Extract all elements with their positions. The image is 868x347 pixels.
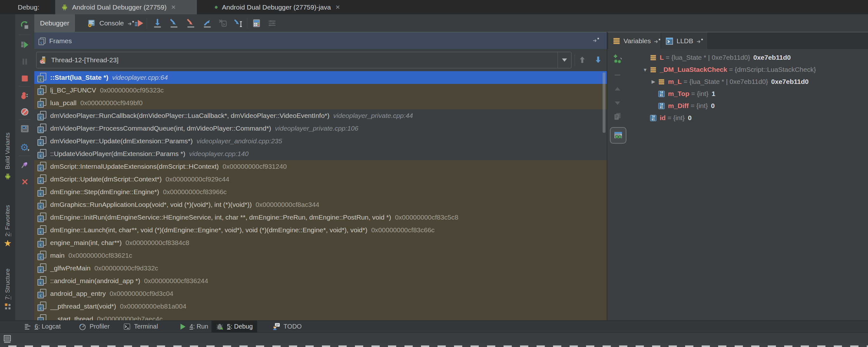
close-icon[interactable]: ✕ [171, 4, 176, 11]
sidebar-item-structure[interactable]: 7: Structure [0, 268, 15, 312]
move-watch-down-button[interactable] [612, 97, 623, 109]
object-icon [649, 66, 657, 74]
tab-variables[interactable]: Variables [608, 32, 665, 50]
toolwindow-button-label: 4: Run [189, 323, 208, 330]
close-icon[interactable]: ✕ [335, 4, 340, 11]
force-step-into-button[interactable] [184, 17, 197, 30]
toolwindow-toggle-icon[interactable] [3, 334, 12, 344]
step-into-button[interactable] [167, 17, 180, 30]
stack-frame-row[interactable]: ς::android_main(android_app *)0x00000000… [34, 274, 607, 287]
stack-frame-row[interactable]: ς::UpdateVideoPlayer(dmExtension::Params… [34, 147, 607, 160]
next-frame-button[interactable] [594, 55, 602, 66]
customize-view-button[interactable] [266, 17, 278, 30]
toolwindow-button-logcat[interactable]: 6: Logcat [19, 321, 65, 332]
expander-expanded-icon[interactable]: ▼ [641, 67, 649, 73]
step-out-button[interactable] [201, 17, 214, 30]
toolwindow-button-terminal[interactable]: Terminal [118, 321, 162, 332]
tab-lldb[interactable]: LLDB [661, 32, 708, 50]
mute-breakpoints-button[interactable] [19, 107, 30, 117]
stack-frame-row[interactable]: ςdmVideoPlayer::ProcessCommandQueue(int,… [34, 122, 607, 135]
sidebar-item-build-variants[interactable]: Build Variants [0, 133, 15, 182]
variable-row[interactable]: ▶m_L = {lua_State * | 0xe7eb11d0}0xe7eb1… [649, 76, 809, 88]
sidebar-item-favorites[interactable]: 2: Favorites★ [0, 205, 15, 248]
variable-type: {dmScript::LuaStackCheck} [735, 66, 816, 74]
stack-frame-row[interactable]: ςdmVideoPlayer::RunCallback(dmVideoPlaye… [34, 109, 607, 122]
frame-function: ::android_main(android_app *) [50, 277, 140, 285]
frame-function: main [50, 252, 65, 259]
expander-collapsed-icon[interactable]: ▶ [649, 79, 657, 85]
stack-frame-row[interactable]: ς::Start(lua_State *)videoplayer.cpp:64 [34, 71, 607, 84]
thread-selector[interactable]: Thread-12-[Thread-23] [36, 52, 571, 68]
pin-button[interactable] [19, 160, 30, 170]
frame-function: __pthread_start(void*) [50, 302, 116, 310]
stack-frame-row[interactable]: ςdmEngine::InitRun(dmEngineService::HEng… [34, 211, 607, 224]
variable-row[interactable]: 1001id = {int}0 [641, 112, 692, 124]
drop-frame-button[interactable] [217, 17, 229, 30]
rerun-button[interactable] [19, 20, 30, 30]
remove-watch-button[interactable] [612, 69, 623, 81]
frame-location: videoplayer.cpp:64 [112, 74, 168, 81]
frames-scrollbar[interactable] [602, 73, 606, 133]
stack-frame-row[interactable]: ςlj_BC_JFUNCV0x00000000cf95323c [34, 84, 607, 96]
resume-button[interactable] [19, 40, 30, 50]
toolwindow-button-profiler[interactable]: Profiler [74, 321, 114, 332]
frame-location: 0x00000000cf931240 [222, 163, 287, 170]
toolwindow-button-run[interactable]: 4: Run [174, 321, 213, 332]
stack-frames-list[interactable]: ς::Start(lua_State *)videoplayer.cpp:64ς… [34, 71, 607, 320]
stack-frame-row[interactable]: ςdmGraphics::RunApplicationLoop(void*, v… [34, 198, 607, 211]
stack-frame-row[interactable]: ς_glfwPreMain0x00000000cf9d332c [34, 262, 607, 274]
stack-frame-row[interactable]: ς__start_thread0x00000000eb7aec4c [34, 313, 607, 320]
equals-sign: = [682, 78, 689, 85]
tab-debugger[interactable]: Debugger [34, 14, 75, 32]
debug-session-tab[interactable]: Android Dual Debugger (27759)✕ [55, 0, 197, 14]
frame-location: 0x00000000cf836244 [144, 277, 208, 285]
variable-type: {int} [673, 114, 685, 122]
force-step-into-icon [185, 18, 196, 29]
evaluate-expression-icon [251, 18, 261, 28]
restore-layout-button[interactable] [19, 124, 30, 134]
toolwindow-button-todo[interactable]: TODO [268, 321, 306, 332]
stack-frame-row[interactable]: ςdmVideoPlayer::Update(dmExtension::Para… [34, 135, 607, 147]
stack-frame-row[interactable]: ςdmScript::InternalUpdateExtensions(dmSc… [34, 160, 607, 173]
svg-text:01: 01 [651, 118, 655, 121]
stop-button[interactable] [19, 74, 30, 84]
frame-function: dmVideoPlayer::Update(dmExtension::Param… [50, 137, 193, 145]
previous-frame-button[interactable] [578, 55, 587, 66]
show-execution-point-button[interactable] [133, 17, 146, 30]
debug-session-toolbar: ⚙▾✕ [15, 14, 34, 320]
close-button[interactable]: ✕ [19, 177, 30, 187]
show-watches-button[interactable] [610, 127, 626, 144]
evaluate-expression-button[interactable] [250, 17, 263, 30]
variable-row[interactable]: L = {lua_State * | 0xe7eb11d0}0xe7eb11d0 [641, 52, 791, 63]
variable-row[interactable]: 1001m_Diff = {int}0 [649, 100, 715, 112]
primitive-icon: 1001 [657, 90, 665, 98]
stack-frame-row[interactable]: ςlua_pcall0x00000000cf949bf0 [34, 96, 607, 109]
toolwindow-button-debug[interactable]: 5: Debug [212, 321, 257, 332]
debug-session-tab[interactable]: Android Dual Debugger (27759)-java✕ [209, 0, 359, 14]
pin-icon [20, 161, 29, 169]
pause-button[interactable] [19, 57, 30, 67]
tab-console[interactable]: Console [81, 14, 140, 32]
stack-frame-row[interactable]: ςengine_main(int, char**)0x00000000cf838… [34, 236, 607, 249]
stack-frame-row[interactable]: ςdmScript::Update(dmScript::Context*)0x0… [34, 173, 607, 185]
variable-row[interactable]: 1001m_Top = {int}1 [649, 88, 715, 100]
frames-panel-title: Frames [49, 37, 72, 45]
step-over-button[interactable] [151, 17, 164, 30]
stack-frame-row[interactable]: ςmain0x00000000cf83621c [34, 249, 607, 262]
debug-icon [216, 322, 224, 331]
variables-tree[interactable]: L = {lua_State * | 0xe7eb11d0}0xe7eb11d0… [627, 49, 868, 320]
tab-options-arrow-icon[interactable] [592, 37, 600, 45]
view-breakpoints-button[interactable] [19, 91, 30, 101]
equals-sign: = [727, 66, 735, 74]
stack-frame-row[interactable]: ςdmEngine::Launch(int, char**, void (*)(… [34, 224, 607, 236]
settings-button[interactable]: ⚙▾ [19, 142, 30, 152]
variable-row[interactable]: ▼_DM_LuaStackCheck = {dmScript::LuaStack… [641, 63, 816, 76]
stack-frame-row[interactable]: ςandroid_app_entry0x00000000cf9d3c04 [34, 287, 607, 300]
move-watch-up-button[interactable] [612, 83, 623, 95]
run-to-cursor-button[interactable] [232, 17, 245, 30]
add-watch-button[interactable] [612, 53, 623, 65]
thread-dropdown-button[interactable] [558, 52, 571, 68]
duplicate-watch-button[interactable] [612, 111, 623, 122]
stack-frame-row[interactable]: ς__pthread_start(void*)0x00000000eb81a00… [34, 300, 607, 313]
stack-frame-row[interactable]: ςdmEngine::Step(dmEngine::Engine*)0x0000… [34, 185, 607, 198]
